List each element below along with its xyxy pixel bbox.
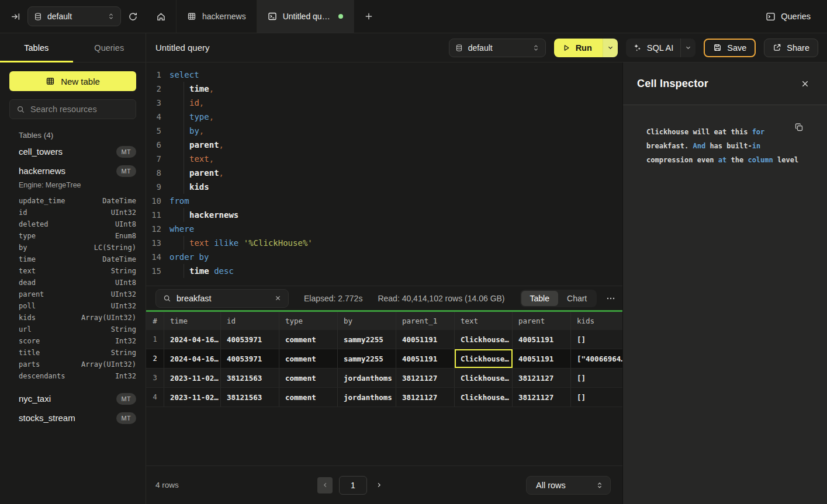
table-cell[interactable]: comment (279, 349, 338, 368)
results-search-input[interactable] (177, 294, 269, 303)
table-item-stocks-stream[interactable]: stocks_stream MT (19, 408, 136, 427)
inspector-token: column (748, 156, 773, 164)
next-page-button[interactable] (373, 479, 385, 491)
run-button[interactable]: Run (554, 39, 603, 57)
copy-icon[interactable] (794, 123, 804, 132)
tab-home[interactable] (146, 0, 177, 33)
code-line: 6parent, (146, 138, 622, 152)
table-cell[interactable]: 38121127 (513, 369, 571, 387)
column-header[interactable]: parent (513, 312, 571, 330)
code-line: 14order by (146, 250, 622, 264)
table-row[interactable]: 22024-04-16…40053971commentsammy22554005… (146, 349, 622, 369)
table-cell[interactable]: 40051191 (513, 330, 571, 349)
table-cell[interactable]: Clickhouse… (455, 369, 513, 387)
table-cell[interactable]: 38121127 (513, 388, 571, 406)
table-cell[interactable]: Clickhouse… (455, 330, 513, 349)
refresh-icon[interactable] (128, 12, 138, 22)
table-cell[interactable]: sammy2255 (338, 349, 396, 368)
sidebar-tab-queries[interactable]: Queries (73, 33, 146, 62)
view-toggle-table[interactable]: Table (521, 291, 558, 306)
code-token: parent (189, 168, 219, 178)
table-cell[interactable]: 38121563 (221, 388, 279, 406)
save-button[interactable]: Save (704, 39, 756, 57)
column-header[interactable]: type (279, 312, 338, 330)
tables-section-label: Tables (4) (19, 127, 136, 142)
table-cell[interactable]: sammy2255 (338, 330, 396, 349)
column-header[interactable]: time (164, 312, 221, 330)
column-row: descendantsInt32 (19, 370, 136, 382)
table-item-nyc-taxi[interactable]: nyc_taxi MT (19, 389, 136, 408)
results-search[interactable] (155, 289, 289, 308)
current-page[interactable]: 1 (339, 476, 367, 495)
table-cell[interactable]: 2024-04-16… (164, 330, 221, 349)
table-cell[interactable]: Clickhouse… (455, 349, 513, 368)
line-number: 10 (146, 194, 161, 208)
more-options-icon[interactable] (605, 294, 617, 303)
table-cell[interactable]: 38121127 (396, 388, 455, 406)
code-token: time (189, 84, 209, 93)
table-cell[interactable]: ["40066964… (571, 349, 622, 368)
code-line: 7text, (146, 152, 622, 166)
table-row[interactable]: 32023-11-02…38121563commentjordanthoms38… (146, 369, 622, 388)
query-database-selector[interactable]: default (449, 39, 546, 57)
column-name: deleted (19, 220, 49, 228)
table-cell[interactable]: Clickhouse… (455, 388, 513, 406)
sql-ai-button[interactable]: SQL AI (626, 43, 680, 53)
code-token: , (219, 140, 224, 150)
inspector-token: has built- (705, 142, 752, 150)
table-cell[interactable]: jordanthoms (338, 388, 396, 406)
column-header[interactable]: text (455, 312, 513, 330)
share-button[interactable]: Share (764, 39, 818, 57)
table-cell[interactable]: 40051191 (396, 349, 455, 368)
table-row[interactable]: 12024-04-16…40053971commentsammy22554005… (146, 330, 622, 349)
table-cell[interactable]: [] (571, 369, 622, 387)
table-row[interactable]: 42023-11-02…38121563commentjordanthoms38… (146, 388, 622, 407)
previous-page-button[interactable] (317, 477, 333, 493)
table-cell[interactable]: 40053971 (221, 330, 279, 349)
sidebar-search[interactable] (9, 99, 136, 119)
table-cell[interactable]: [] (571, 330, 622, 349)
table-cell[interactable]: 2023-11-02… (164, 388, 221, 406)
sql-ai-options-button[interactable] (680, 39, 695, 57)
table-cell[interactable]: 2023-11-02… (164, 369, 221, 387)
code-line: 2time, (146, 82, 622, 96)
page-size-selector[interactable]: All rows (526, 476, 611, 495)
queries-button[interactable]: Queries (766, 0, 811, 33)
table-cell[interactable]: comment (279, 369, 338, 387)
table-cell[interactable]: comment (279, 330, 338, 349)
search-input[interactable] (30, 105, 140, 114)
inspector-token: compression even (646, 156, 718, 164)
row-count: 4 rows (155, 481, 179, 489)
database-selector[interactable]: default (27, 6, 121, 26)
table-cell[interactable]: 40051191 (513, 349, 571, 368)
table-item-hackernews[interactable]: hackernews MT (19, 161, 136, 180)
table-cell[interactable]: 40051191 (396, 330, 455, 349)
tab-untitled-query[interactable]: Untitled qu… (257, 0, 354, 33)
table-cell[interactable]: comment (279, 388, 338, 406)
column-header[interactable]: kids (571, 312, 622, 330)
table-cell[interactable]: [] (571, 388, 622, 406)
run-options-button[interactable] (603, 39, 618, 57)
column-header[interactable]: parent_1 (396, 312, 455, 330)
close-icon[interactable] (801, 79, 809, 88)
clear-search-icon[interactable] (275, 295, 281, 301)
sql-editor[interactable]: 1select2time,3id,4type,5by,6parent,7text… (146, 62, 622, 286)
new-tab-button[interactable] (354, 0, 383, 33)
sidebar-tab-tables[interactable]: Tables (0, 33, 73, 62)
new-table-button[interactable]: New table (9, 71, 136, 91)
tab-hackernews[interactable]: hackernews (177, 0, 257, 33)
table-cell[interactable]: 40053971 (221, 349, 279, 368)
table-cell[interactable]: jordanthoms (338, 369, 396, 387)
code-line: 13text ilike '%ClickHouse%' (146, 236, 622, 250)
column-header[interactable]: id (221, 312, 279, 330)
table-cell[interactable]: 38121127 (396, 369, 455, 387)
table-item-cell-towers[interactable]: cell_towers MT (19, 142, 136, 161)
view-toggle-chart[interactable]: Chart (558, 291, 596, 306)
search-icon (163, 294, 171, 303)
column-header[interactable]: # (146, 312, 164, 330)
table-cell[interactable]: 2024-04-16… (164, 349, 221, 368)
table-cell[interactable]: 38121563 (221, 369, 279, 387)
column-header[interactable]: by (338, 312, 396, 330)
collapse-sidebar-icon[interactable] (11, 12, 20, 22)
column-name: kids (19, 314, 36, 322)
